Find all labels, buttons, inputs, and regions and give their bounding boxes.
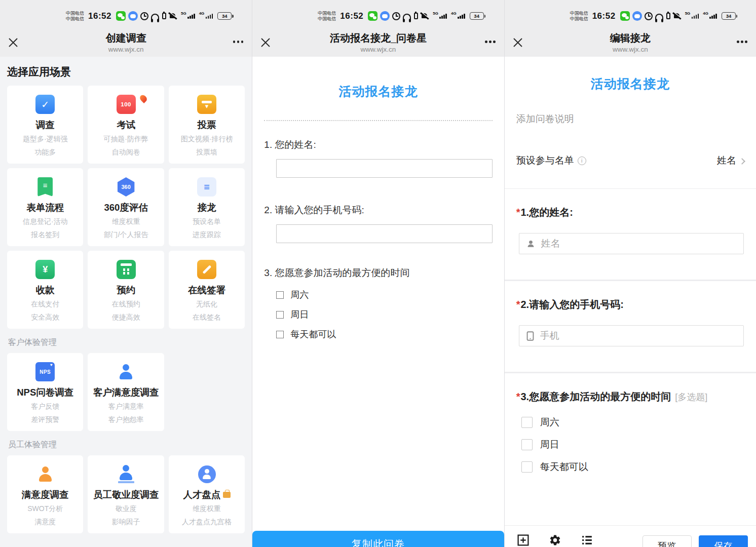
name-field[interactable]: [519, 233, 744, 254]
name-input[interactable]: [541, 238, 737, 249]
question-2-label[interactable]: *2.请输入您的手机号码:: [516, 298, 744, 311]
card-360-eval[interactable]: 360 360度评估 维度权重 部门/个人报告: [88, 168, 164, 246]
name-input[interactable]: [276, 159, 492, 178]
card-customer-satisfaction[interactable]: 客户满意度调查 客户满意率 客户抱怨率: [88, 353, 164, 431]
small-battery-icon: [666, 13, 670, 19]
checkbox-icon[interactable]: [521, 461, 533, 473]
section-title: 选择应用场景: [7, 65, 245, 79]
talent-badge-icon: [198, 465, 216, 483]
card-talent-review[interactable]: 人才盘点 维度权重 人才盘点九宫格: [169, 455, 245, 533]
employee-grid: 满意度调查 SWOT分析 满意度 员工敬业度调查 敬业度 影响因子 人才盘点 维…: [7, 455, 245, 533]
question-3-label[interactable]: *3.您愿意参加活动的最方便的时间[多选题]: [516, 390, 744, 404]
messages-icon: [128, 11, 138, 21]
close-icon[interactable]: [259, 36, 272, 49]
outline-button[interactable]: 大纲: [580, 534, 595, 547]
nav-bar: 活动报名接龙_问卷星 www.wjx.cn: [252, 28, 504, 57]
status-bar: 中国电信中国电信 16:52 5G 4G 34: [505, 0, 756, 28]
save-button[interactable]: 保存: [699, 535, 748, 547]
survey-title: 活动报名接龙: [264, 83, 492, 100]
more-menu-icon[interactable]: [233, 41, 244, 43]
option-sunday[interactable]: 周日: [276, 308, 492, 321]
signal-5g-icon: 5G: [181, 14, 195, 19]
card-form-flow[interactable]: ≡ 表单流程 信息登记·活动 报名签到: [7, 168, 83, 246]
wallet-icon: ¥: [35, 260, 55, 279]
mobile-phone-icon: [526, 331, 535, 341]
more-menu-icon[interactable]: [485, 41, 496, 43]
briefcase-icon: [223, 492, 231, 498]
required-asterisk: *: [516, 391, 520, 402]
close-icon[interactable]: [511, 36, 524, 49]
survey-title[interactable]: 活动报名接龙: [505, 75, 756, 92]
more-menu-icon[interactable]: [737, 41, 747, 43]
question-1-label[interactable]: *1.您的姓名:: [516, 206, 744, 219]
option-saturday[interactable]: 周六: [276, 289, 492, 301]
scenario-picker: 选择应用场景 ✓ 调查 题型多·逻辑强 功能多 100 考试 可抽题·防作弊 自…: [0, 57, 252, 533]
nav-title-block: 活动报名接龙_问卷星 www.wjx.cn: [252, 31, 504, 53]
card-survey[interactable]: ✓ 调查 题型多·逻辑强 功能多: [7, 86, 83, 164]
option-everyday[interactable]: 每天都可以: [276, 328, 492, 340]
add-question-button[interactable]: 题目: [516, 534, 531, 547]
checklist-icon: ≡: [197, 177, 216, 197]
option-saturday[interactable]: 周六: [521, 416, 756, 429]
card-chain[interactable]: ≡ 接龙 预设名单 进度跟踪: [169, 168, 245, 246]
headset-icon: [403, 14, 411, 20]
checkbox-icon[interactable]: [521, 417, 533, 428]
small-battery-icon: [414, 13, 418, 19]
panel-survey-preview: 中国电信中国电信 16:52 5G 4G 34 活动报名接龙_问卷星 www.w…: [252, 0, 504, 547]
checkbox-icon[interactable]: [276, 291, 284, 299]
alarm-icon: [645, 12, 653, 20]
wechat-icon: [368, 11, 377, 21]
question-3-options: 周六 周日 每天都可以: [521, 416, 756, 474]
customer-person-icon: [117, 362, 136, 381]
plus-square-icon: [517, 534, 530, 546]
phone-input[interactable]: [276, 224, 492, 243]
info-icon[interactable]: i: [578, 157, 586, 165]
card-nps[interactable]: NPS NPS问卷调查 客户反馈 差评预警: [7, 353, 83, 431]
nav-title-block: 创建调查 www.wjx.cn: [0, 31, 252, 53]
preset-list-label: 预设参与名单: [516, 154, 574, 167]
card-payment[interactable]: ¥ 收款 在线支付 安全高效: [7, 251, 83, 329]
survey-icon: ✓: [35, 95, 55, 114]
close-icon[interactable]: [7, 36, 20, 49]
phone-input[interactable]: [540, 330, 737, 341]
card-vote[interactable]: ▾ 投票 图文视频·排行榜 投票墙: [169, 86, 245, 164]
mute-bell-icon: [673, 12, 681, 20]
dotted-divider: [264, 120, 492, 121]
question-3-options: 周六 周日 每天都可以: [276, 289, 492, 340]
clock: 16:52: [592, 11, 616, 21]
battery-icon: 34: [722, 12, 736, 20]
ballot-box-icon: ▾: [197, 95, 216, 114]
carrier-label: 中国电信中国电信: [570, 11, 588, 22]
checkbox-icon[interactable]: [276, 331, 284, 338]
copy-survey-button[interactable]: 复制此问卷: [252, 531, 504, 547]
checkbox-icon[interactable]: [521, 439, 533, 450]
form-bookmark-icon: ≡: [37, 177, 53, 197]
question-2-label: 2. 请输入您的手机号码:: [264, 204, 492, 217]
engagement-person-icon: [117, 464, 136, 484]
card-appointment[interactable]: 预约 在线预约 便捷高效: [88, 251, 164, 329]
settings-button[interactable]: 设置: [548, 534, 563, 547]
option-everyday[interactable]: 每天都可以: [521, 460, 756, 474]
card-esign[interactable]: 在线签署 无纸化 在线签名: [169, 251, 245, 329]
hexagon-360-icon: 360: [117, 177, 136, 197]
add-description-placeholder[interactable]: 添加问卷说明: [516, 112, 744, 126]
exam-icon: 100: [117, 95, 136, 114]
preset-participant-row[interactable]: 预设参与名单 i 姓名: [516, 154, 744, 167]
card-engagement[interactable]: 员工敬业度调查 敬业度 影响因子: [88, 455, 164, 533]
calendar-icon: [117, 260, 136, 279]
preview-button[interactable]: 预览: [642, 535, 692, 547]
survey-preview-body: 活动报名接龙 1. 您的姓名: 2. 请输入您的手机号码: 3. 您愿意参加活动…: [252, 83, 504, 547]
group-label-employee: 员工体验管理: [8, 440, 244, 450]
phone-field[interactable]: [519, 325, 744, 346]
page-title: 编辑接龙: [531, 31, 730, 45]
question-3-label: 3. 您愿意参加活动的最方便的时间: [264, 266, 492, 280]
page-url: www.wjx.cn: [531, 46, 730, 53]
small-battery-icon: [162, 13, 166, 19]
card-exam[interactable]: 100 考试 可抽题·防作弊 自动阅卷: [88, 86, 164, 164]
option-sunday[interactable]: 周日: [521, 438, 756, 451]
card-employee-satisfaction[interactable]: 满意度调查 SWOT分析 满意度: [7, 455, 83, 533]
nav-bar: 创建调查 www.wjx.cn: [0, 28, 252, 57]
wechat-icon: [620, 11, 630, 21]
employee-person-icon: [35, 464, 55, 484]
checkbox-icon[interactable]: [276, 311, 284, 319]
